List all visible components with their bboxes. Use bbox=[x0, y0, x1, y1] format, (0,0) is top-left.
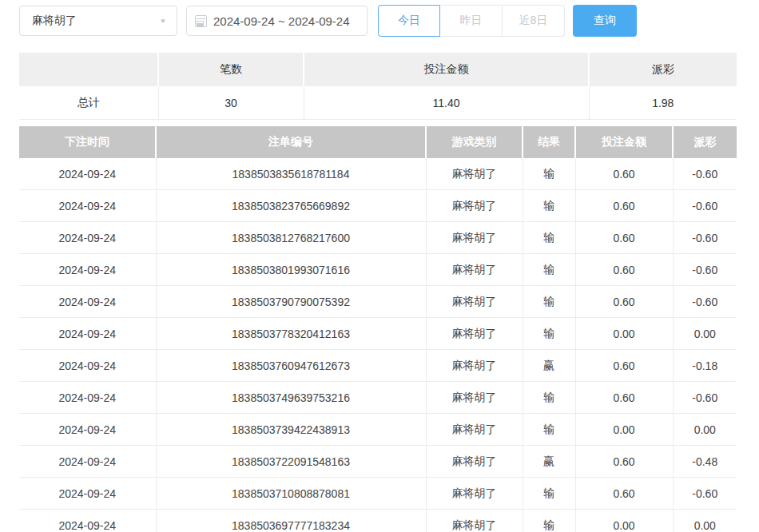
summary-header-row: 笔数 投注金额 派彩 bbox=[19, 53, 737, 86]
table-row: 2024-09-241838503812768217600麻将胡了输0.60-0… bbox=[19, 222, 737, 254]
cell-bet-amount: 0.00 bbox=[575, 510, 673, 532]
cell-bet-time: 2024-09-24 bbox=[19, 254, 156, 286]
toolbar: 麻将胡了 ▼ 2024-09-24 ~ 2024-09-24 今日 昨日 近8日… bbox=[19, 5, 637, 37]
cell-bet-amount: 0.60 bbox=[575, 158, 673, 190]
cell-bet-time: 2024-09-24 bbox=[19, 414, 156, 446]
calendar-icon bbox=[195, 15, 207, 27]
cell-bet-amount: 0.00 bbox=[575, 414, 673, 446]
cell-bet-amount: 0.60 bbox=[575, 286, 673, 318]
cell-result: 输 bbox=[523, 222, 575, 254]
cell-order-id: 1838503722091548163 bbox=[156, 446, 426, 478]
summary-header-blank bbox=[19, 53, 158, 86]
table-row: 2024-09-241838503823765669892麻将胡了输0.60-0… bbox=[19, 190, 737, 222]
cell-order-id: 1838503801993071616 bbox=[156, 254, 426, 286]
summary-header-count: 笔数 bbox=[158, 53, 304, 86]
header-game-type: 游戏类别 bbox=[426, 126, 523, 158]
summary-total-payout: 1.98 bbox=[589, 86, 737, 120]
cell-game-type: 麻将胡了 bbox=[426, 222, 523, 254]
cell-result: 输 bbox=[523, 510, 575, 532]
cell-order-id: 1838503710808878081 bbox=[156, 478, 426, 510]
cell-payout: -0.60 bbox=[673, 158, 737, 190]
cell-order-id: 1838503697777183234 bbox=[156, 510, 426, 532]
date-range-input[interactable]: 2024-09-24 ~ 2024-09-24 bbox=[186, 6, 368, 36]
cell-payout: 0.00 bbox=[673, 510, 737, 532]
cell-result: 输 bbox=[523, 158, 575, 190]
date-range-value: 2024-09-24 ~ 2024-09-24 bbox=[213, 14, 350, 28]
cell-bet-time: 2024-09-24 bbox=[19, 318, 156, 350]
cell-bet-amount: 0.60 bbox=[575, 446, 673, 478]
summary-total-row: 总计 30 11.40 1.98 bbox=[19, 86, 737, 120]
header-order-id: 注单编号 bbox=[156, 126, 426, 158]
cell-result: 输 bbox=[523, 318, 575, 350]
table-row: 2024-09-241838503835618781184麻将胡了输0.60-0… bbox=[19, 158, 737, 190]
cell-payout: -0.60 bbox=[673, 190, 737, 222]
cell-result: 赢 bbox=[523, 350, 575, 382]
summary-total-bet: 11.40 bbox=[304, 86, 589, 120]
cell-bet-amount: 0.60 bbox=[575, 190, 673, 222]
cell-result: 输 bbox=[523, 414, 575, 446]
cell-bet-amount: 0.60 bbox=[575, 478, 673, 510]
cell-game-type: 麻将胡了 bbox=[426, 350, 523, 382]
cell-game-type: 麻将胡了 bbox=[426, 254, 523, 286]
cell-result: 输 bbox=[523, 190, 575, 222]
game-select[interactable]: 麻将胡了 ▼ bbox=[19, 6, 177, 36]
quick-button-last8days[interactable]: 近8日 bbox=[503, 5, 565, 37]
table-row: 2024-09-241838503778320412163麻将胡了输0.000.… bbox=[19, 318, 737, 350]
cell-payout: 0.00 bbox=[673, 318, 737, 350]
cell-game-type: 麻将胡了 bbox=[426, 318, 523, 350]
cell-result: 输 bbox=[523, 382, 575, 414]
cell-order-id: 1838503835618781184 bbox=[156, 158, 426, 190]
cell-bet-time: 2024-09-24 bbox=[19, 286, 156, 318]
bet-records-table: 下注时间 注单编号 游戏类别 结果 投注金额 派彩 2024-09-241838… bbox=[19, 126, 737, 532]
cell-bet-time: 2024-09-24 bbox=[19, 446, 156, 478]
summary-table: 笔数 投注金额 派彩 总计 30 11.40 1.98 bbox=[19, 53, 737, 120]
cell-bet-amount: 0.60 bbox=[575, 254, 673, 286]
cell-result: 输 bbox=[523, 254, 575, 286]
header-result: 结果 bbox=[523, 126, 575, 158]
table-row: 2024-09-241838503739422438913麻将胡了输0.000.… bbox=[19, 414, 737, 446]
cell-bet-time: 2024-09-24 bbox=[19, 478, 156, 510]
cell-bet-time: 2024-09-24 bbox=[19, 350, 156, 382]
cell-payout: -0.60 bbox=[673, 382, 737, 414]
table-row: 2024-09-241838503710808878081麻将胡了输0.60-0… bbox=[19, 478, 737, 510]
chevron-down-icon: ▼ bbox=[159, 18, 167, 25]
cell-payout: 0.00 bbox=[673, 414, 737, 446]
cell-game-type: 麻将胡了 bbox=[426, 286, 523, 318]
summary-header-bet: 投注金额 bbox=[304, 53, 589, 86]
cell-bet-time: 2024-09-24 bbox=[19, 190, 156, 222]
cell-bet-amount: 0.60 bbox=[575, 382, 673, 414]
cell-game-type: 麻将胡了 bbox=[426, 446, 523, 478]
cell-bet-time: 2024-09-24 bbox=[19, 382, 156, 414]
quick-button-today[interactable]: 今日 bbox=[378, 5, 440, 37]
quick-range-button-group: 今日 昨日 近8日 bbox=[378, 5, 565, 37]
cell-payout: -0.60 bbox=[673, 478, 737, 510]
cell-order-id: 1838503749639753216 bbox=[156, 382, 426, 414]
cell-payout: -0.60 bbox=[673, 254, 737, 286]
cell-bet-time: 2024-09-24 bbox=[19, 158, 156, 190]
cell-order-id: 1838503790790075392 bbox=[156, 286, 426, 318]
cell-bet-time: 2024-09-24 bbox=[19, 222, 156, 254]
cell-payout: -0.18 bbox=[673, 350, 737, 382]
cell-order-id: 1838503812768217600 bbox=[156, 222, 426, 254]
cell-game-type: 麻将胡了 bbox=[426, 158, 523, 190]
cell-game-type: 麻将胡了 bbox=[426, 510, 523, 532]
table-row: 2024-09-241838503749639753216麻将胡了输0.60-0… bbox=[19, 382, 737, 414]
cell-game-type: 麻将胡了 bbox=[426, 478, 523, 510]
cell-order-id: 1838503739422438913 bbox=[156, 414, 426, 446]
cell-bet-amount: 0.60 bbox=[575, 350, 673, 382]
table-row: 2024-09-241838503722091548163麻将胡了赢0.60-0… bbox=[19, 446, 737, 478]
quick-button-yesterday[interactable]: 昨日 bbox=[440, 5, 503, 37]
summary-total-label: 总计 bbox=[19, 86, 158, 120]
cell-order-id: 1838503760947612673 bbox=[156, 350, 426, 382]
header-bet-time: 下注时间 bbox=[19, 126, 156, 158]
cell-game-type: 麻将胡了 bbox=[426, 382, 523, 414]
table-row: 2024-09-241838503697777183234麻将胡了输0.000.… bbox=[19, 510, 737, 532]
query-button[interactable]: 查询 bbox=[573, 5, 637, 37]
cell-bet-amount: 0.00 bbox=[575, 318, 673, 350]
summary-header-payout: 派彩 bbox=[589, 53, 737, 86]
cell-result: 输 bbox=[523, 478, 575, 510]
cell-result: 输 bbox=[523, 286, 575, 318]
header-payout: 派彩 bbox=[673, 126, 737, 158]
cell-game-type: 麻将胡了 bbox=[426, 190, 523, 222]
cell-payout: -0.48 bbox=[673, 446, 737, 478]
